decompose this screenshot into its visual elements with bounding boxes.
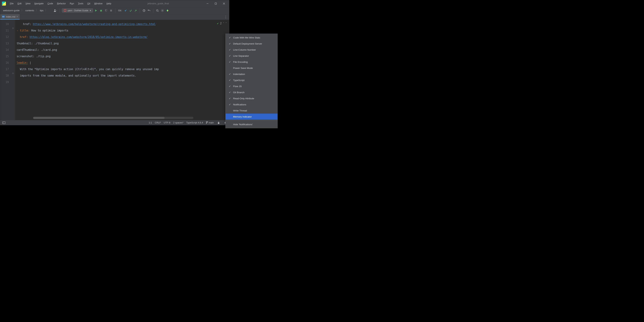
crumb-2[interactable]: tips xyxy=(39,9,44,12)
code-line-17[interactable]: With the *Optimize imports action (Ctrl+… xyxy=(15,66,229,72)
code-line-16[interactable]: leadin: | xyxy=(15,60,229,66)
context-menu-label: Write Thread xyxy=(233,109,247,112)
line-number: 18 xyxy=(0,72,9,79)
context-menu-label: Line:Column Number xyxy=(233,48,256,51)
chevron-up-icon[interactable]: ˄ xyxy=(223,20,224,27)
context-menu-item[interactable]: ✓Indentation xyxy=(226,71,278,77)
context-menu-item[interactable]: Hide 'Notifications' xyxy=(226,121,278,127)
context-menu-item[interactable]: Write Thread xyxy=(226,108,278,114)
git-commit-icon[interactable] xyxy=(128,8,132,12)
menu-code[interactable]: Code xyxy=(46,2,55,6)
run-config-label: yarn - DotNet Guide xyxy=(68,9,88,12)
editor-tabs: MD index.md × ⋮ xyxy=(0,14,229,20)
context-menu-item[interactable]: ✓Line Separator xyxy=(226,53,278,59)
code-area[interactable]: ✔ 2 ˄ ˅ href: https://www.jetbrains.com/… xyxy=(15,20,229,120)
maximize-button[interactable] xyxy=(212,1,220,6)
menu-edit[interactable]: Edit xyxy=(16,2,23,6)
scrollbar-thumb[interactable] xyxy=(33,117,164,119)
context-menu-label: Notifications xyxy=(233,103,246,106)
line-number: 12 xyxy=(0,34,9,40)
status-typescript[interactable]: TypeScript 4.6.4 xyxy=(186,121,203,124)
code-line-18[interactable]: imports from the same module, and option… xyxy=(15,72,229,79)
svg-rect-1 xyxy=(215,3,217,4)
horizontal-scrollbar[interactable] xyxy=(33,117,194,119)
code-line-12[interactable]: href: https://blog.jetbrains.com/webstor… xyxy=(15,34,229,40)
menu-file[interactable]: File xyxy=(8,2,16,6)
status-encoding[interactable]: UTF-8 xyxy=(164,121,170,124)
toolbar: webstorm-guide 〉 contents 〉 tips 〉 yarn … xyxy=(0,7,229,14)
rollback-icon[interactable] xyxy=(147,8,151,12)
chevron-down-icon[interactable]: ˅ xyxy=(226,20,227,27)
status-git-branch[interactable]: main xyxy=(206,121,214,124)
context-menu-item[interactable]: Memory Indicator xyxy=(226,114,278,120)
context-menu-item[interactable]: ✓Line:Column Number xyxy=(226,47,278,53)
context-menu-item[interactable]: ✓TypeScript xyxy=(226,77,278,83)
svg-point-5 xyxy=(100,10,102,12)
code-line-14[interactable]: cardThumbnail: ./card.png xyxy=(15,47,229,53)
kebab-icon[interactable]: ⋮ xyxy=(224,15,227,19)
code-line-13[interactable]: thumbnail: ./thumbnail.png xyxy=(15,40,229,47)
svg-line-8 xyxy=(102,10,102,10)
window-controls xyxy=(204,1,228,6)
inspection-widget[interactable]: ✔ 2 ˄ ˅ xyxy=(217,20,227,27)
history-icon[interactable] xyxy=(142,8,146,12)
code-line-10[interactable]: href: https://www.jetbrains.com/help/web… xyxy=(15,21,229,27)
svg-rect-23 xyxy=(218,122,219,124)
context-menu-item[interactable]: ✓Flow JS xyxy=(226,83,278,89)
context-menu-item[interactable]: Power Save Mode xyxy=(226,65,278,71)
settings-icon[interactable] xyxy=(160,8,164,12)
status-line-separator[interactable]: CRLF xyxy=(155,121,161,124)
menu-window[interactable]: Window xyxy=(92,2,104,6)
context-menu-item[interactable]: ✓Notifications xyxy=(226,102,278,108)
run-button[interactable] xyxy=(94,8,98,12)
coverage-button[interactable] xyxy=(104,8,108,12)
tool-window-toggle-icon[interactable] xyxy=(2,121,6,125)
editor-tab-index-md[interactable]: MD index.md × xyxy=(0,14,20,20)
context-menu-item[interactable]: ✓Default Deployment Server xyxy=(226,40,278,47)
close-tab-icon[interactable]: × xyxy=(16,15,18,18)
run-config-selector[interactable]: yarn - DotNet Guide ▾ xyxy=(62,8,93,12)
lock-icon[interactable] xyxy=(217,121,220,125)
git-pull-icon[interactable] xyxy=(124,8,128,12)
fold-toggle-icon[interactable]: ⊟ xyxy=(12,27,14,29)
context-menu-item[interactable]: ✓Read-Only Attribute xyxy=(226,95,278,102)
jetbrains-toolbox-icon[interactable] xyxy=(166,8,170,12)
context-menu-item[interactable]: ✓Code With Me Wire Stats xyxy=(226,34,278,40)
line-number: 17 xyxy=(0,66,9,72)
line-number: 15 xyxy=(0,53,9,60)
debug-button[interactable] xyxy=(99,8,103,12)
menu-git[interactable]: Git xyxy=(86,2,92,6)
menu-refactor[interactable]: Refactor xyxy=(55,2,68,6)
stop-button[interactable] xyxy=(109,8,113,12)
menu-view[interactable]: View xyxy=(24,2,32,6)
menu-navigate[interactable]: Navigate xyxy=(32,2,45,6)
menu-tools[interactable]: Tools xyxy=(76,2,85,6)
check-icon: ✓ xyxy=(228,42,231,45)
status-indent[interactable]: 2 spaces* xyxy=(173,121,183,124)
fold-gutter: ⊟ ⊟ xyxy=(11,20,15,120)
check-icon: ✓ xyxy=(228,36,231,39)
check-icon: ✓ xyxy=(228,103,231,106)
code-line-11[interactable]: - title: How to optimize imports xyxy=(15,27,229,34)
menu-run[interactable]: Run xyxy=(68,2,76,6)
tab-actions[interactable]: ⋮ xyxy=(222,14,229,20)
chevron-right-icon: 〉 xyxy=(21,8,24,12)
context-menu-label: TypeScript xyxy=(233,79,244,82)
close-button[interactable] xyxy=(220,1,228,6)
context-menu-item[interactable]: ✓Git Branch xyxy=(226,89,278,95)
user-dropdown-icon[interactable] xyxy=(54,8,58,12)
git-push-icon[interactable] xyxy=(134,8,138,12)
context-menu-item[interactable]: ✓File Encoding xyxy=(226,59,278,65)
code-line-15[interactable]: screenshot: ./tip.png xyxy=(15,53,229,60)
svg-point-22 xyxy=(206,123,207,124)
minimize-button[interactable] xyxy=(204,1,212,6)
crumb-0[interactable]: webstorm-guide xyxy=(2,9,21,12)
check-icon: ✓ xyxy=(228,54,231,57)
crumb-1[interactable]: contents xyxy=(24,9,35,12)
code-line-19[interactable] xyxy=(15,79,229,85)
status-position[interactable]: 1:1 xyxy=(149,121,152,124)
context-menu-label: File Encoding xyxy=(233,61,248,63)
check-icon: ✓ xyxy=(228,73,231,76)
search-icon[interactable] xyxy=(156,8,160,12)
menu-help[interactable]: Help xyxy=(105,2,113,6)
